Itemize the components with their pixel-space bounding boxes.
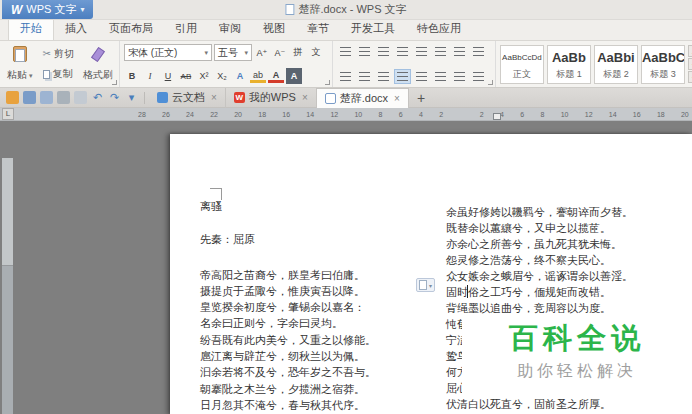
shading-button[interactable] bbox=[451, 69, 468, 84]
menu-tab[interactable]: 引用 bbox=[164, 18, 208, 40]
menu-tab[interactable]: 视图 bbox=[252, 18, 296, 40]
line-spacing-button[interactable] bbox=[432, 69, 449, 84]
ruler-tick: 24 bbox=[186, 111, 194, 118]
dialog-launcher-icon[interactable] bbox=[325, 80, 330, 85]
font-family-select[interactable]: 宋体 (正文) ▾ bbox=[124, 44, 212, 61]
bold-button[interactable]: B bbox=[124, 68, 140, 84]
document-title: 离骚 bbox=[200, 198, 446, 214]
show-marks-button[interactable] bbox=[451, 44, 468, 59]
poem-line: 纷吾既有此内美兮，又重之以修能。 bbox=[200, 332, 446, 348]
menu-tab[interactable]: 开发工具 bbox=[340, 18, 406, 40]
poem-line: 名余曰正则兮，字余曰灵均。 bbox=[200, 315, 446, 331]
vertical-ruler[interactable] bbox=[2, 158, 13, 414]
ruler-tick: 12 bbox=[330, 111, 338, 118]
phonetic-guide-button[interactable]: 拼 bbox=[290, 45, 306, 61]
document-tab[interactable]: W 我的WPS × bbox=[226, 88, 317, 108]
horizontal-ruler[interactable]: L 28262422201816141210864224681012141618… bbox=[0, 108, 692, 121]
border-button[interactable] bbox=[470, 69, 487, 84]
strikethrough-button[interactable]: AB bbox=[178, 68, 194, 84]
indent-marker[interactable] bbox=[493, 113, 501, 120]
poem-line: 扈江离与辟芷兮，纫秋兰以为佩。 bbox=[200, 348, 446, 364]
char-shading-button[interactable]: A bbox=[286, 68, 302, 84]
print-preview-icon[interactable] bbox=[74, 91, 87, 104]
document-icon bbox=[285, 4, 294, 15]
sort-button[interactable] bbox=[432, 44, 449, 59]
italic-button[interactable]: I bbox=[142, 68, 158, 84]
menu-tab[interactable]: 章节 bbox=[296, 18, 340, 40]
wps-app-button[interactable]: W WPS 文字 ▾ bbox=[2, 0, 93, 19]
app-name: WPS 文字 bbox=[26, 2, 76, 17]
justify-button[interactable] bbox=[394, 69, 411, 84]
char-scale-button[interactable] bbox=[413, 44, 430, 59]
cut-button[interactable]: ✂ 剪切 bbox=[41, 46, 76, 62]
insert-table-button[interactable] bbox=[470, 44, 487, 59]
bullets-button[interactable] bbox=[337, 44, 354, 59]
ruler-tick: 14 bbox=[306, 111, 314, 118]
dialog-launcher-icon[interactable] bbox=[488, 80, 493, 85]
bars-icon bbox=[397, 47, 408, 56]
highlight-color-button[interactable]: ab bbox=[250, 70, 266, 83]
tab-stop-selector[interactable]: L bbox=[2, 108, 14, 120]
ribbon: 粘贴▾ ✂ 剪切 复制 格式刷 宋体 (正文) ▾ 五号 ▾ bbox=[0, 41, 692, 88]
subscript-button[interactable]: X₂ bbox=[214, 68, 230, 84]
document-tab[interactable]: 楚辞.docx × bbox=[317, 88, 409, 108]
new-tab-button[interactable]: + bbox=[409, 90, 433, 106]
font-decrease-button[interactable]: A⁻ bbox=[272, 45, 288, 61]
dialog-launcher-icon[interactable] bbox=[112, 80, 117, 85]
menu-tab[interactable]: 插入 bbox=[54, 18, 98, 40]
paste-button[interactable]: 粘贴▾ bbox=[4, 44, 36, 84]
scroll-up-icon[interactable]: ▴ bbox=[688, 45, 692, 57]
redo-icon[interactable]: ↷ bbox=[108, 91, 121, 104]
ruler-tick: 20 bbox=[681, 111, 689, 118]
ruler-tick: 6 bbox=[399, 111, 403, 118]
export-icon[interactable] bbox=[40, 91, 53, 104]
document-page[interactable]: 离骚 先秦：屈原 帝高阳之苗裔兮，朕皇考曰伯庸。摄提贞于孟陬兮，惟庚寅吾以降。皇… bbox=[170, 134, 692, 414]
document-author: 先秦：屈原 bbox=[200, 231, 446, 247]
styles-more-icon[interactable]: ▾ bbox=[688, 71, 692, 83]
menu-tab[interactable]: 开始 bbox=[8, 17, 54, 40]
format-painter-button[interactable]: 格式刷 bbox=[81, 44, 115, 84]
close-icon[interactable]: × bbox=[211, 92, 217, 103]
distribute-button[interactable] bbox=[413, 69, 430, 84]
style-card[interactable]: AaBb 标题 1 bbox=[547, 45, 591, 84]
align-left-button[interactable] bbox=[337, 69, 354, 84]
window-title: 楚辞.docx - WPS 文字 bbox=[285, 2, 406, 17]
underline-button[interactable]: U bbox=[160, 68, 176, 84]
qat-more-icon[interactable]: ▾ bbox=[125, 91, 138, 104]
font-color-button[interactable]: A bbox=[268, 70, 284, 83]
copy-button[interactable]: 复制 bbox=[41, 66, 76, 82]
poem-left-column: 离骚 先秦：屈原 帝高阳之苗裔兮，朕皇考曰伯庸。摄提贞于孟陬兮，惟庚寅吾以降。皇… bbox=[200, 198, 446, 414]
style-card[interactable]: AaBbCcDd 正文 bbox=[500, 45, 544, 84]
decrease-indent-button[interactable] bbox=[375, 44, 392, 59]
scroll-down-icon[interactable]: ▾ bbox=[688, 58, 692, 70]
paste-options-button[interactable]: ▾ bbox=[416, 278, 435, 292]
document-tabs: 云文档 × W 我的WPS × 楚辞.docx × bbox=[149, 88, 409, 108]
increase-indent-button[interactable] bbox=[394, 44, 411, 59]
align-center-button[interactable] bbox=[356, 69, 373, 84]
menu-tab[interactable]: 审阅 bbox=[208, 18, 252, 40]
document-tab[interactable]: 云文档 × bbox=[149, 88, 226, 108]
open-icon[interactable] bbox=[6, 91, 19, 104]
font-size-select[interactable]: 五号 ▾ bbox=[214, 44, 252, 61]
font-increase-button[interactable]: A⁺ bbox=[254, 45, 270, 61]
ruler-tick: 10 bbox=[354, 111, 362, 118]
superscript-button[interactable]: X² bbox=[196, 68, 212, 84]
print-icon[interactable] bbox=[57, 91, 70, 104]
bars-icon bbox=[397, 72, 408, 81]
close-icon[interactable]: × bbox=[394, 93, 400, 104]
poem-line: 日月忽其不淹兮，春与秋其代序。 bbox=[200, 397, 446, 413]
save-icon[interactable] bbox=[23, 91, 36, 104]
ruler-tick: 12 bbox=[585, 111, 593, 118]
text-effects-button[interactable]: A bbox=[232, 68, 248, 84]
ruler-tick: 20 bbox=[234, 111, 242, 118]
style-card[interactable]: AaBbi 标题 2 bbox=[594, 45, 638, 84]
text-effects-more-button[interactable]: 文 bbox=[308, 45, 324, 61]
style-card[interactable]: AaBbC 标题 3 bbox=[641, 45, 685, 84]
close-icon[interactable]: × bbox=[302, 92, 308, 103]
align-right-button[interactable] bbox=[375, 69, 392, 84]
menu-tab[interactable]: 页面布局 bbox=[98, 18, 164, 40]
ruler-tick: 26 bbox=[162, 111, 170, 118]
numbering-button[interactable] bbox=[356, 44, 373, 59]
menu-tab[interactable]: 特色应用 bbox=[406, 18, 472, 40]
undo-icon[interactable]: ↶ bbox=[91, 91, 104, 104]
